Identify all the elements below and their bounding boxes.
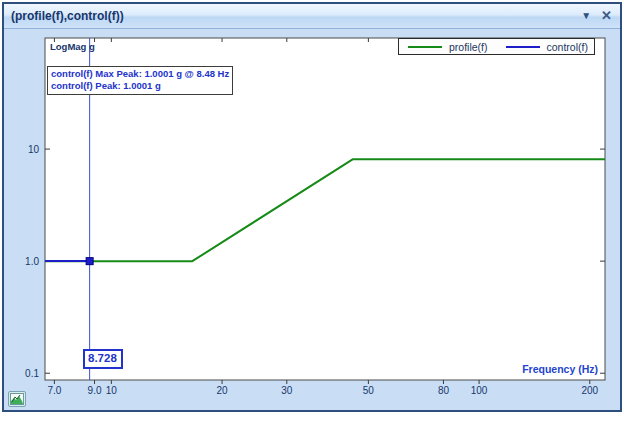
legend: profile(f) control(f)	[398, 38, 595, 55]
x-tick-label: 7.0	[47, 385, 61, 396]
profile-line-swatch-icon	[408, 46, 442, 48]
chart-thumbnail-icon	[10, 393, 24, 405]
x-tick-label: 80	[438, 385, 450, 396]
x-tick-label: 50	[363, 385, 375, 396]
y-tick-label: 10	[28, 144, 40, 155]
x-tick-label: 200	[581, 385, 598, 396]
annotation-max-peak: control(f) Max Peak: 1.0001 g @ 8.48 Hz	[51, 68, 229, 80]
legend-item-control[interactable]: control(f)	[497, 41, 595, 53]
y-axis-label: LogMag g	[50, 41, 95, 52]
cursor-marker	[86, 258, 93, 265]
x-tick-label: 30	[281, 385, 293, 396]
x-tick-label: 100	[471, 385, 488, 396]
legend-label-profile: profile(f)	[449, 41, 488, 53]
control-line-swatch-icon	[506, 46, 540, 48]
x-tick-label: 10	[106, 385, 118, 396]
x-axis-label: Frequency (Hz)	[522, 363, 598, 375]
cursor-frequency-readout[interactable]: 8.728	[84, 350, 122, 368]
y-tick-label: 1.0	[25, 256, 39, 267]
legend-label-control: control(f)	[547, 41, 588, 53]
annotation-peak: control(f) Peak: 1.0001 g	[51, 80, 229, 92]
screenshot-frame: (profile(f),control(f)) ▼ ✕ 7.09.0102030…	[0, 0, 624, 421]
legend-item-profile[interactable]: profile(f)	[399, 41, 497, 53]
chart-thumbnail-button[interactable]	[8, 391, 26, 407]
peak-annotation-box: control(f) Max Peak: 1.0001 g @ 8.48 Hz …	[47, 66, 233, 95]
x-tick-label: 9.0	[88, 385, 102, 396]
x-tick-label: 20	[216, 385, 228, 396]
y-tick-label: 0.1	[25, 368, 39, 379]
